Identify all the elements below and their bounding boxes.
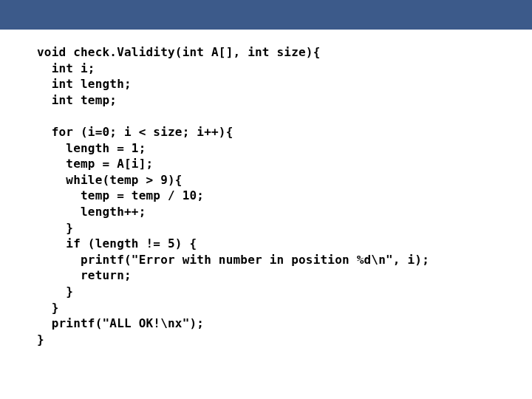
slide-header-bar (0, 0, 532, 30)
code-content: void check.Validity(int A[], int size){ … (37, 45, 429, 347)
code-block: void check.Validity(int A[], int size){ … (0, 30, 532, 362)
